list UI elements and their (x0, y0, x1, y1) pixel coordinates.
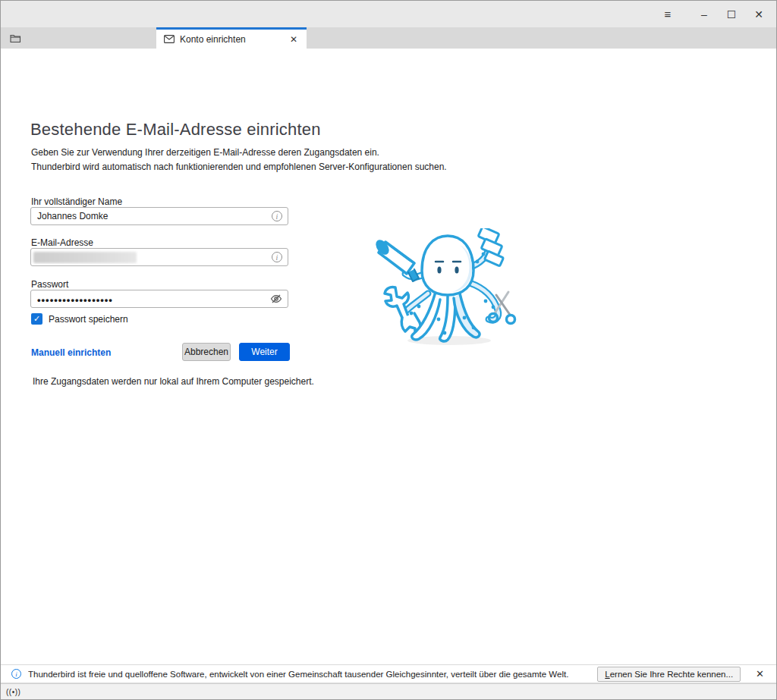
know-your-rights-button[interactable]: Lernen Sie Ihre Rechte kennen... (597, 667, 741, 682)
megaphone (375, 237, 419, 281)
name-input[interactable] (31, 208, 288, 224)
notification-close-icon[interactable]: ✕ (750, 668, 770, 680)
broadcast-status-icon: ((•)) (6, 688, 20, 696)
password-label: Passwort (31, 279, 68, 290)
manual-setup-link[interactable]: Manuell einrichten (31, 347, 111, 358)
name-field-wrapper: i (30, 207, 288, 225)
email-redaction (33, 252, 137, 263)
folder-icon[interactable] (10, 33, 21, 43)
cancel-button[interactable]: Abbrechen (182, 343, 231, 361)
save-password-checkbox[interactable]: ✓ (31, 313, 42, 325)
privacy-note: Ihre Zugangsdaten werden nur lokal auf I… (33, 376, 314, 387)
tab-konto-einrichten[interactable]: Konto einrichten ✕ (156, 27, 307, 49)
eye-slash-icon[interactable] (270, 293, 282, 304)
action-row: Manuell einrichten Abbrechen Weiter (31, 343, 289, 363)
info-icon[interactable]: i (272, 211, 282, 221)
title-bar: ≡ – ☐ ✕ (1, 1, 776, 27)
app-menu-icon[interactable]: ≡ (655, 1, 681, 27)
page-subtitle: Geben Sie zur Verwendung Ihrer derzeitig… (31, 146, 447, 174)
notification-bar: i Thunderbird ist freie und quelloffene … (1, 664, 776, 683)
password-input[interactable] (31, 290, 288, 307)
info-icon[interactable]: i (272, 252, 282, 262)
continue-button[interactable]: Weiter (239, 343, 290, 361)
tab-bar: Konto einrichten ✕ (1, 27, 776, 49)
save-password-label[interactable]: Passwort speichern (49, 314, 128, 325)
mail-icon (164, 35, 175, 43)
name-label: Ihr vollständiger Name (31, 196, 122, 207)
tab-label: Konto einrichten (180, 34, 287, 45)
email-label: E-Mail-Adresse (31, 237, 93, 248)
password-field-wrapper (30, 290, 288, 308)
page-title: Bestehende E-Mail-Adresse einrichten (30, 120, 321, 140)
notification-text: Thunderbird ist freie und quelloffene So… (28, 670, 597, 679)
subtitle-line-1: Geben Sie zur Verwendung Ihrer derzeitig… (31, 146, 447, 160)
know-your-rights-label: Lernen Sie Ihre Rechte kennen... (605, 670, 733, 679)
save-password-row: ✓ Passwort speichern (31, 313, 128, 325)
account-setup-pane: Bestehende E-Mail-Adresse einrichten Geb… (1, 49, 776, 664)
status-bar: ((•)) (1, 683, 776, 699)
wrench (385, 287, 420, 334)
close-window-button[interactable]: ✕ (746, 1, 772, 27)
minimize-button[interactable]: – (691, 1, 717, 27)
info-icon: i (11, 669, 21, 679)
thunderbird-octopus-illustration (375, 228, 521, 347)
email-field-wrapper: i (30, 248, 288, 266)
tab-close-icon[interactable]: ✕ (287, 33, 300, 46)
maximize-button[interactable]: ☐ (719, 1, 744, 27)
subtitle-line-2: Thunderbird wird automatisch nach funkti… (31, 160, 447, 174)
thunderbird-window: ≡ – ☐ ✕ Konto einrichten ✕ Bestehende E-… (0, 0, 777, 700)
